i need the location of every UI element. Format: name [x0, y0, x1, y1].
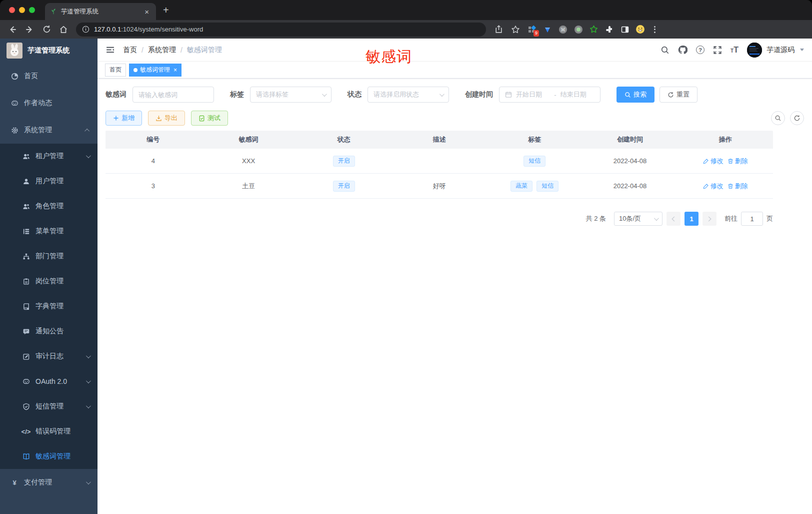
extension-gem-icon[interactable] — [540, 22, 554, 37]
sidebar-item-error-code[interactable]: </> 错误码管理 — [0, 419, 98, 444]
font-size-icon[interactable]: TT — [730, 46, 738, 55]
page-size-select[interactable]: 10条/页 — [614, 212, 662, 226]
sidebar-collapse-icon[interactable] — [106, 45, 115, 55]
edit-button[interactable]: 修改 — [703, 182, 724, 191]
share-icon[interactable] — [491, 22, 506, 37]
sidebar-item-oauth[interactable]: OAuth 2.0 — [0, 369, 98, 394]
bookmark-star-icon[interactable] — [508, 22, 523, 37]
tag-home[interactable]: 首页 — [105, 64, 126, 77]
sidebar-item-tenant[interactable]: 租户管理 — [0, 144, 98, 169]
goto-page-input[interactable] — [741, 212, 763, 226]
sidebar-item-role[interactable]: 角色管理 — [0, 194, 98, 219]
reset-button[interactable]: 重置 — [660, 87, 698, 103]
calendar-icon — [505, 91, 512, 98]
tag-sensitive-word[interactable]: 敏感词管理 × — [129, 64, 182, 77]
extension-star-icon[interactable] — [587, 22, 600, 37]
sidebar-item-payment[interactable]: ¥ 支付管理 — [0, 469, 98, 496]
fullscreen-icon[interactable] — [713, 46, 722, 55]
chevron-down-icon — [440, 92, 444, 97]
username[interactable]: 芋道源码 — [766, 46, 794, 55]
sidebar-toggle-icon[interactable] — [618, 22, 632, 37]
sidebar-item-dict[interactable]: 字典管理 — [0, 294, 98, 319]
search-button[interactable]: 搜索 — [616, 87, 654, 103]
export-button[interactable]: 导出 — [148, 111, 185, 126]
sidebar-item-author-news[interactable]: 作者动态 — [0, 90, 98, 117]
delete-button[interactable]: 删除 — [728, 182, 748, 191]
delete-button[interactable]: 删除 — [728, 157, 748, 166]
close-window-button[interactable] — [9, 7, 15, 13]
extension-record-icon[interactable] — [572, 22, 585, 37]
users-icon — [22, 152, 30, 160]
tag-close-icon[interactable]: × — [174, 67, 177, 74]
test-button[interactable]: 测试 — [191, 111, 228, 126]
favicon-plant-icon — [50, 8, 57, 15]
tag-select[interactable]: 请选择标签 — [250, 87, 332, 103]
edit-label: 修改 — [710, 157, 724, 166]
github-icon[interactable] — [678, 45, 688, 55]
extension-puzzle-icon[interactable] — [602, 22, 616, 37]
zoom-window-button[interactable] — [29, 7, 35, 13]
sidebar-item-label: 用户管理 — [36, 177, 90, 186]
edit-button[interactable]: 修改 — [703, 157, 724, 166]
sidebar-item-label: 错误码管理 — [36, 427, 90, 436]
sidebar-item-label: 字典管理 — [36, 302, 90, 311]
sidebar-item-system[interactable]: 系统管理 — [0, 117, 98, 144]
extension-grid-icon[interactable]: 9 — [525, 22, 538, 37]
refresh-icon[interactable] — [790, 111, 804, 125]
cell-created: 2022-04-08 — [582, 157, 678, 165]
url-bar[interactable]: 127.0.0.1:1024/system/sensitive-word — [76, 23, 486, 37]
browser-tab[interactable]: 芋道管理系统 × — [45, 3, 156, 20]
keyword-input[interactable] — [132, 87, 214, 103]
chevron-down-icon — [322, 92, 327, 97]
tab-close-icon[interactable]: × — [142, 8, 151, 16]
reload-icon[interactable] — [39, 22, 54, 37]
extension-command-icon[interactable]: ⌘ — [556, 22, 570, 37]
tag-label: 首页 — [110, 66, 122, 74]
back-icon[interactable] — [5, 22, 20, 37]
sidebar-item-sensitive-word[interactable]: 敏感词管理 — [0, 444, 98, 469]
caret-down-icon[interactable] — [800, 49, 804, 51]
sidebar-item-dept[interactable]: 部门管理 — [0, 244, 98, 269]
browser-menu-icon[interactable] — [649, 26, 660, 33]
sidebar-item-label: 通知公告 — [36, 327, 90, 336]
next-page-button[interactable] — [702, 212, 716, 226]
search-icon[interactable] — [660, 46, 670, 55]
sidebar-item-sms[interactable]: 短信管理 — [0, 394, 98, 419]
col-actions: 操作 — [678, 135, 773, 144]
extension-badge: 9 — [534, 30, 539, 37]
yen-icon: ¥ — [10, 478, 18, 486]
chevron-down-icon — [654, 216, 659, 221]
keyword-label: 敏感词 — [106, 90, 126, 99]
user-avatar[interactable] — [747, 43, 762, 58]
emoji-extension-icon[interactable] — [634, 22, 647, 37]
sidebar-item-post[interactable]: 岗位管理 — [0, 269, 98, 294]
chevron-down-icon — [86, 353, 91, 358]
show-search-icon[interactable] — [771, 111, 785, 125]
status-label: 状态 — [348, 90, 362, 99]
sidebar-item-notice[interactable]: 通知公告 — [0, 319, 98, 344]
minimize-window-button[interactable] — [19, 7, 25, 13]
sidebar-item-menu[interactable]: 菜单管理 — [0, 219, 98, 244]
table-tools — [771, 111, 804, 125]
status-select[interactable]: 请选择启用状态 — [368, 87, 449, 103]
col-tags: 标签 — [487, 135, 582, 144]
tree-list-icon — [22, 227, 30, 235]
chevron-down-icon — [86, 403, 91, 408]
help-icon[interactable]: ? — [696, 46, 704, 54]
page-number-1[interactable]: 1 — [684, 212, 698, 226]
breadcrumb-home[interactable]: 首页 — [123, 46, 137, 55]
date-range-picker[interactable]: 开始日期 - 结束日期 — [499, 87, 600, 103]
add-button[interactable]: 新增 — [106, 111, 142, 126]
home-icon[interactable] — [56, 22, 71, 37]
cell-word: XXX — [201, 157, 296, 165]
new-tab-button[interactable]: + — [156, 5, 176, 16]
breadcrumb-system[interactable]: 系统管理 — [148, 46, 176, 55]
forward-icon[interactable] — [22, 22, 37, 37]
sidebar-item-home[interactable]: 首页 — [0, 63, 98, 90]
prev-page-button[interactable] — [666, 212, 680, 226]
site-info-icon[interactable] — [82, 26, 90, 33]
date-label: 创建时间 — [465, 90, 493, 99]
sidebar-item-user[interactable]: 用户管理 — [0, 169, 98, 194]
url-path: :1024/system/sensitive-word — [121, 26, 203, 33]
sidebar-item-audit-log[interactable]: 审计日志 — [0, 344, 98, 369]
